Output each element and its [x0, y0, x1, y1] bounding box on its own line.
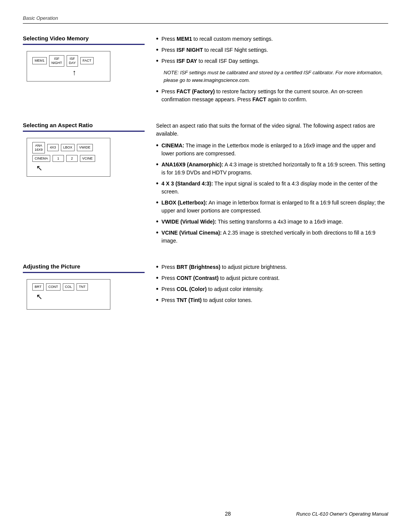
bullet-dot: • [156, 142, 158, 149]
bullet-text: 4 X 3 (Standard 4:3): The input signal i… [161, 180, 388, 196]
list-item: •VWIDE (Virtual Wide): This setting tran… [156, 218, 388, 226]
bullet-text: LBOX (Letterbox): An image in letterbox … [161, 199, 388, 215]
bullet-text: CINEMA: The image in the Letterbox mode … [161, 142, 388, 158]
remote-btn-VWIDE: VWIDE [77, 144, 93, 151]
extra-bullet-list: •Press FACT (Factory) to restore factory… [156, 88, 388, 104]
bullet-dot: • [156, 180, 158, 187]
bullet-dot: • [156, 58, 158, 64]
section-right-aspect-ratio: Select an aspect ratio that suits the fo… [156, 122, 388, 248]
remote-btn-ISFDAY: ISFDAY [67, 55, 78, 67]
section-title-block: Selecting Video Memory [23, 35, 145, 51]
section-title-underline [23, 131, 145, 132]
bullet-text: Press ISF DAY to recall ISF Day settings… [161, 57, 259, 65]
bullet-dot: • [156, 161, 158, 168]
list-item: •Press CONT (Contrast) to adjust picture… [156, 274, 388, 282]
page-container: Basic Operation Selecting Video MemoryME… [0, 0, 411, 532]
section-title-underline [23, 272, 145, 273]
remote-btn-CONT: CONT [46, 283, 61, 291]
remote-diagram-aspect-ratio: ANA16X94X3LBOXVWIDECINEMA12VCINE↖ [27, 138, 110, 177]
bullet-dot: • [156, 275, 158, 281]
section-title-block: Selecting an Aspect Ratio [23, 122, 145, 138]
bullet-text: Press BRT (Brightness) to adjust picture… [161, 263, 287, 271]
section-left-adjusting-picture: Adjusting the PictureBRTCONTCOLTNT↖ [23, 263, 145, 310]
note-block: NOTE: ISF settings must be calibrated an… [164, 69, 388, 84]
remote-buttons-row: ANA16X94X3LBOXVWIDE [32, 142, 105, 153]
section-adjusting-picture: Adjusting the PictureBRTCONTCOLTNT↖•Pres… [23, 263, 388, 310]
list-item: •Press FACT (Factory) to restore factory… [156, 88, 388, 104]
remote-btn-CINEMA: CINEMA [32, 155, 50, 162]
arrow-indicator: ↖ [36, 163, 105, 173]
arrow-indicator: ↖ [36, 292, 105, 301]
bullet-text: ANA16X9 (Anamorphic): A 4:3 image is str… [161, 161, 388, 177]
intro-text: Select an aspect ratio that suits the fo… [156, 122, 388, 138]
page-footer: 28 Runco CL-610 Owner's Operating Manual [23, 511, 388, 517]
list-item: •VCINE (Virtual Cinema): A 2.35 image is… [156, 229, 388, 245]
remote-btn-VCINE: VCINE [80, 155, 95, 162]
footer-title: Runco CL-610 Owner's Operating Manual [296, 511, 388, 517]
remote-btn-TNT: TNT [76, 283, 88, 291]
list-item: •Press ISF NIGHT to recall ISF Night set… [156, 46, 388, 54]
section-video-memory: Selecting Video MemoryMEM1ISFNIGHTISFDAY… [23, 35, 388, 107]
arrow-indicator: ↑ [44, 68, 105, 77]
bullet-text: VCINE (Virtual Cinema): A 2.35 image is … [161, 229, 388, 245]
remote-buttons-row: MEM1ISFNIGHTISFDAYFACT [32, 55, 105, 67]
bullet-list: •CINEMA: The image in the Letterbox mode… [156, 142, 388, 245]
bullet-dot: • [156, 297, 158, 304]
section-left-video-memory: Selecting Video MemoryMEM1ISFNIGHTISFDAY… [23, 35, 145, 107]
remote-btn-LBOX: LBOX [61, 144, 75, 151]
list-item: •ANA16X9 (Anamorphic): A 4:3 image is st… [156, 161, 388, 177]
remote-diagram-adjusting-picture: BRTCONTCOLTNT↖ [27, 279, 110, 310]
bullet-dot: • [156, 199, 158, 206]
bullet-text: Press COL (Color) to adjust color intens… [161, 285, 263, 293]
list-item: •Press TNT (Tint) to adjust color tones. [156, 296, 388, 304]
bullet-text: Press FACT (Factory) to restore factory … [161, 88, 388, 104]
section-aspect-ratio: Selecting an Aspect RatioANA16X94X3LBOXV… [23, 122, 388, 248]
sections-container: Selecting Video MemoryMEM1ISFNIGHTISFDAY… [23, 35, 388, 310]
header-section: Basic Operation [23, 15, 388, 24]
remote-btn-BRT: BRT [32, 283, 44, 291]
section-title: Adjusting the Picture [23, 263, 145, 270]
bullet-text: Press ISF NIGHT to recall ISF Night sett… [161, 46, 268, 54]
bullet-dot: • [156, 264, 158, 270]
remote-btn-ANA16X9: ANA16X9 [32, 142, 45, 153]
remote-btn-1: 1 [53, 155, 64, 162]
bullet-dot: • [156, 35, 158, 42]
section-title-block: Adjusting the Picture [23, 263, 145, 279]
list-item: •Press MEM1 to recall custom memory sett… [156, 35, 388, 43]
bullet-text: Press TNT (Tint) to adjust color tones. [161, 296, 252, 304]
remote-btn-MEM1: MEM1 [32, 57, 47, 64]
remote-btn-FACT: FACT [80, 57, 94, 64]
bullet-dot: • [156, 229, 158, 236]
bullet-dot: • [156, 286, 158, 292]
list-item: •LBOX (Letterbox): An image in letterbox… [156, 199, 388, 215]
bullet-list: •Press MEM1 to recall custom memory sett… [156, 35, 388, 65]
section-title: Selecting Video Memory [23, 35, 145, 42]
bullet-dot: • [156, 218, 158, 225]
remote-buttons-row: BRTCONTCOLTNT [32, 283, 105, 291]
remote-diagram-video-memory: MEM1ISFNIGHTISFDAYFACT↑ [27, 51, 110, 81]
remote-btn-2: 2 [66, 155, 78, 162]
list-item: •Press ISF DAY to recall ISF Day setting… [156, 57, 388, 65]
list-item: •CINEMA: The image in the Letterbox mode… [156, 142, 388, 158]
page-number: 28 [159, 511, 296, 517]
list-item: •Press BRT (Brightness) to adjust pictur… [156, 263, 388, 271]
list-item: •4 X 3 (Standard 4:3): The input signal … [156, 180, 388, 196]
section-right-adjusting-picture: •Press BRT (Brightness) to adjust pictur… [156, 263, 388, 310]
bullet-dot: • [156, 46, 158, 53]
section-right-video-memory: •Press MEM1 to recall custom memory sett… [156, 35, 388, 107]
remote-btn-COL: COL [63, 283, 75, 291]
bullet-text: VWIDE (Virtual Wide): This setting trans… [161, 218, 343, 226]
remote-buttons-row: CINEMA12VCINE [32, 155, 105, 162]
bullet-dot: • [156, 88, 158, 95]
section-left-aspect-ratio: Selecting an Aspect RatioANA16X94X3LBOXV… [23, 122, 145, 248]
bullet-text: Press MEM1 to recall custom memory setti… [161, 35, 273, 43]
remote-btn-4X3: 4X3 [47, 144, 59, 151]
header-label: Basic Operation [23, 15, 388, 21]
bullet-text: Press CONT (Contrast) to adjust picture … [161, 274, 279, 282]
list-item: •Press COL (Color) to adjust color inten… [156, 285, 388, 293]
remote-btn-ISFNIGHT: ISFNIGHT [49, 55, 64, 67]
bullet-list: •Press BRT (Brightness) to adjust pictur… [156, 263, 388, 304]
header-divider [23, 23, 388, 24]
section-title-underline [23, 44, 145, 45]
section-title: Selecting an Aspect Ratio [23, 122, 145, 128]
